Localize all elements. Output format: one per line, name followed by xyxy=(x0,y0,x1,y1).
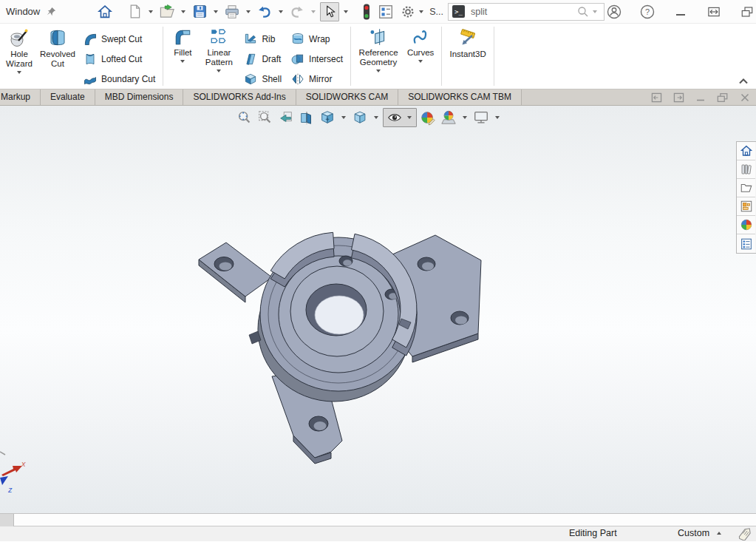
save-button[interactable] xyxy=(190,2,209,21)
window-controls: ? xyxy=(605,2,756,21)
instant3d-button[interactable]: Instant3D xyxy=(445,24,491,89)
features-ribbon: Hole Wizard Revolved Cut Swept Cut Lofte… xyxy=(0,24,756,89)
tab-bar-filler xyxy=(522,89,651,105)
help-icon[interactable]: ? xyxy=(638,2,657,21)
view-palette-icon[interactable] xyxy=(737,197,755,216)
part-right-plate-hole-top-floor xyxy=(422,262,434,271)
menu-window[interactable]: Window xyxy=(6,6,40,17)
unit-system-dropdown[interactable] xyxy=(717,532,721,535)
redo-dropdown[interactable] xyxy=(311,10,316,13)
fillet-dropdown[interactable] xyxy=(180,60,185,63)
shell-button[interactable]: Shell xyxy=(239,69,286,89)
span-displays-icon[interactable] xyxy=(704,2,723,21)
swept-cut-icon xyxy=(83,32,98,47)
redo-button[interactable] xyxy=(287,2,307,21)
open-dropdown[interactable] xyxy=(181,10,185,13)
search-scope-label[interactable]: S... xyxy=(429,7,443,17)
print-button[interactable] xyxy=(222,2,242,21)
pin-icon[interactable] xyxy=(46,6,57,17)
reference-geometry-dropdown[interactable] xyxy=(376,70,381,72)
part-bore-bottom-face[interactable] xyxy=(315,296,364,334)
select-tool-button[interactable] xyxy=(320,2,339,21)
draft-button[interactable]: Draft xyxy=(239,49,286,69)
collapse-ribbon-chevron-icon[interactable] xyxy=(738,78,749,84)
custom-properties-icon[interactable] xyxy=(737,234,755,253)
undo-button[interactable] xyxy=(255,2,274,21)
model-scene[interactable]: x z xyxy=(0,106,756,513)
curves-icon xyxy=(411,27,430,47)
doc-close-icon[interactable] xyxy=(740,92,750,103)
reference-geometry-button[interactable]: Reference Geometry xyxy=(354,24,403,89)
part-model[interactable] xyxy=(199,232,481,464)
shell-icon xyxy=(243,72,258,87)
fillet-button[interactable]: Fillet xyxy=(166,24,199,89)
properties-button[interactable] xyxy=(378,2,394,21)
settings-gear-icon[interactable] xyxy=(400,2,416,21)
linear-pattern-button[interactable]: Linear Pattern xyxy=(199,24,239,89)
tab-markup[interactable]: Markup xyxy=(0,89,41,105)
triad-y-axis-stub xyxy=(0,452,5,455)
tab-mbd-dimensions[interactable]: MBD Dimensions xyxy=(95,89,184,105)
revolved-cut-button[interactable]: Revolved Cut xyxy=(37,24,78,89)
home-button[interactable] xyxy=(95,2,115,21)
solidworks-window: Window xyxy=(0,0,756,542)
unit-system-label: Custom xyxy=(678,528,709,538)
ribbon-separator xyxy=(494,27,494,86)
task-pane-home-icon[interactable] xyxy=(737,142,755,160)
appearances-scenes-icon[interactable] xyxy=(737,216,755,234)
curves-button[interactable]: Curves xyxy=(403,24,438,89)
rib-button[interactable]: Rib xyxy=(239,29,286,49)
lofted-cut-button[interactable]: Lofted Cut xyxy=(78,49,160,69)
options-traffic-light-icon[interactable] xyxy=(361,2,372,21)
swept-cut-button[interactable]: Swept Cut xyxy=(78,29,160,49)
print-dropdown[interactable] xyxy=(246,10,251,13)
hole-wizard-dropdown[interactable] xyxy=(17,71,21,74)
restore-icon[interactable] xyxy=(738,2,756,21)
unit-system-selector[interactable]: Custom xyxy=(678,528,721,538)
task-pane-tabs xyxy=(736,141,756,254)
curves-dropdown[interactable] xyxy=(418,60,423,63)
minimize-icon[interactable] xyxy=(671,2,690,21)
save-dropdown[interactable] xyxy=(214,10,218,13)
search-dropdown[interactable] xyxy=(593,10,597,13)
new-document-button[interactable] xyxy=(125,2,144,21)
dock-pane-left-icon[interactable] xyxy=(651,92,662,103)
settings-dropdown[interactable] xyxy=(419,10,423,13)
open-button[interactable] xyxy=(157,2,177,21)
command-search-icon[interactable]: >_ xyxy=(452,5,465,18)
hole-wizard-button[interactable]: Hole Wizard xyxy=(1,24,37,89)
account-icon[interactable] xyxy=(605,2,624,21)
new-document-dropdown[interactable] xyxy=(149,10,153,13)
tab-evaluate[interactable]: Evaluate xyxy=(41,89,95,105)
draft-icon xyxy=(243,52,258,67)
triad-z-label: z xyxy=(7,485,13,494)
tab-solidworks-add-ins[interactable]: SOLIDWORKS Add-Ins xyxy=(183,89,296,105)
dock-pane-right-icon[interactable] xyxy=(673,92,684,103)
graphics-area[interactable]: x z xyxy=(0,106,756,513)
mirror-button[interactable]: Mirror xyxy=(286,69,347,89)
doc-minimize-icon[interactable] xyxy=(695,92,706,103)
file-explorer-icon[interactable] xyxy=(737,179,755,197)
tags-icon[interactable] xyxy=(737,527,753,541)
scrollbar-corner[interactable] xyxy=(0,514,14,526)
triad-x-label: x xyxy=(21,459,26,468)
select-tool-dropdown[interactable] xyxy=(344,10,348,13)
linear-pattern-dropdown[interactable] xyxy=(217,70,221,72)
reference-geometry-icon xyxy=(369,27,388,47)
tab-solidworks-cam-tbm[interactable]: SOLIDWORKS CAM TBM xyxy=(398,89,522,105)
tab-solidworks-cam[interactable]: SOLIDWORKS CAM xyxy=(296,89,398,105)
scrollbar-track[interactable] xyxy=(14,514,756,526)
boundary-cut-button[interactable]: Boundary Cut xyxy=(78,69,160,89)
ribbon-separator xyxy=(441,27,442,86)
horizontal-scrollbar xyxy=(0,513,756,526)
doc-restore-icon[interactable] xyxy=(717,92,729,103)
quick-access-toolbar xyxy=(95,2,351,21)
title-bar: Window xyxy=(0,0,756,24)
undo-dropdown[interactable] xyxy=(279,10,283,13)
search-magnifier-icon[interactable] xyxy=(576,5,590,18)
wrap-button[interactable]: Wrap xyxy=(286,29,347,49)
document-window-controls xyxy=(651,89,750,105)
design-library-icon[interactable] xyxy=(737,160,755,179)
search-input[interactable] xyxy=(471,7,576,17)
intersect-button[interactable]: Intersect xyxy=(286,49,347,69)
